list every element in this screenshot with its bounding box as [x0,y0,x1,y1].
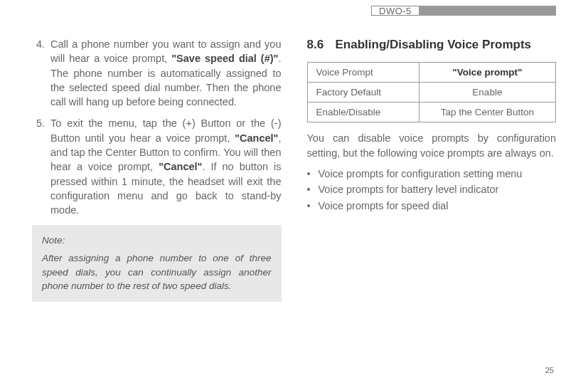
header-accent-block [419,6,556,16]
bullet-item: • Voice prompts for battery level indica… [307,182,557,197]
header-bar: DWO-5 [371,6,556,16]
note-box: Note: After assigning a phone number to … [32,225,282,302]
item-number: 5. [32,116,50,217]
table-row: Enable/Disable Tap the Center Button [307,103,556,122]
page-header: DWO-5 [32,0,556,20]
bullet-marker: • [307,182,319,197]
item-text: Call a phone number you want to assign a… [50,37,282,109]
bold-text: "Cancel" [235,132,278,144]
model-label: DWO-5 [371,6,419,16]
table-row: Factory Default Enable [307,83,556,103]
table-cell: "Voice prompt" [419,63,555,83]
table-cell: Factory Default [307,83,419,103]
table-cell: Voice Prompt [307,63,419,83]
settings-table: Voice Prompt "Voice prompt" Factory Defa… [307,62,557,122]
bullet-text: Voice prompts for battery level indicato… [319,182,499,197]
table-cell: Enable [419,83,555,103]
section-title: Enabling/Disabling Voice Prompts [336,37,557,52]
bullet-text: Voice prompts for configuration setting … [319,166,523,182]
list-item: 5. To exit the menu, tap the (+) Button … [32,116,282,217]
list-item: 4. Call a phone number you want to assig… [32,37,282,109]
bullet-text: Voice prompts for speed dial [319,198,449,214]
page-number: 25 [545,366,554,374]
paragraph: You can disable voice prompts by configu… [307,131,557,160]
right-column: 8.6 Enabling/Disabling Voice Prompts Voi… [307,37,557,302]
table-cell: Enable/Disable [307,103,419,122]
bold-text: "Save speed dial (#)" [171,53,278,64]
item-number: 4. [32,37,50,109]
bold-text: "Cancel" [159,161,202,172]
note-title: Note: [42,234,272,248]
table-row: Voice Prompt "Voice prompt" [307,63,556,83]
content-columns: 4. Call a phone number you want to assig… [32,37,556,302]
left-column: 4. Call a phone number you want to assig… [32,37,282,302]
bullet-marker: • [307,166,319,182]
note-body: After assigning a phone number to one of… [42,251,272,293]
model-text: DWO-5 [379,6,412,16]
section-heading: 8.6 Enabling/Disabling Voice Prompts [307,37,557,52]
item-text: To exit the menu, tap the (+) Button or … [50,116,282,217]
bullet-marker: • [307,198,319,214]
table-cell: Tap the Center Button [419,103,555,122]
bullet-item: • Voice prompts for speed dial [307,198,557,214]
bullet-list: • Voice prompts for configuration settin… [307,166,557,214]
section-number: 8.6 [307,37,336,52]
bullet-item: • Voice prompts for configuration settin… [307,166,557,182]
